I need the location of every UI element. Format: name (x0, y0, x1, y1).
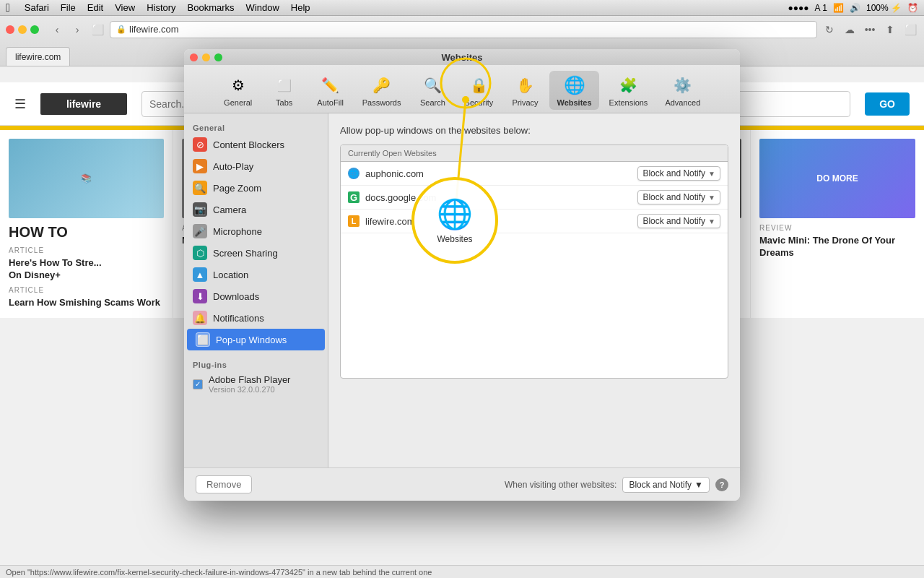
downloads-icon: ⬇ (193, 289, 207, 303)
dialog-close[interactable] (190, 53, 198, 61)
other-websites-label: When visiting other websites: (505, 480, 616, 490)
adobe-flash-item[interactable]: ✓ Adobe Flash Player Version 32.0.0.270 (184, 371, 328, 397)
history-menu[interactable]: History (147, 2, 175, 13)
sidebar-downloads[interactable]: ⬇ Downloads (184, 285, 328, 307)
go-button[interactable]: GO (865, 92, 910, 116)
sidebar-location[interactable]: ▲ Location (184, 264, 328, 285)
prefs-body: General ⊘ Content Blockers ▶ Auto-Play 🔍… (184, 113, 740, 467)
forward-button[interactable]: › (69, 22, 85, 38)
microphone-icon: 🎤 (193, 224, 207, 238)
table-empty-area (341, 233, 728, 378)
auphonic-dropdown[interactable]: Block and Notify ▼ (637, 166, 720, 181)
camera-label: Camera (213, 204, 246, 215)
new-tab-button[interactable]: ⬜ (902, 22, 918, 38)
apple-menu[interactable]:  (6, 1, 10, 14)
back-button[interactable]: ‹ (49, 22, 65, 38)
file-menu[interactable]: File (61, 2, 76, 13)
google-site-name: docs.google.com (365, 192, 637, 203)
dialog-minimize[interactable] (202, 53, 210, 61)
article-title-1[interactable]: Here's How To Stre...On Disney+ (9, 257, 164, 282)
toolbar-websites[interactable]: 🌐 Websites (549, 71, 598, 110)
sidebar-toggle[interactable]: ⬜ (90, 22, 105, 38)
cloud-button[interactable]: ☁ (842, 22, 858, 38)
help-menu[interactable]: Help (291, 2, 310, 13)
sidebar-content-blockers[interactable]: ⊘ Content Blockers (184, 134, 328, 155)
notifications-icon: 🔔 (193, 311, 207, 325)
lifewire-site-name: lifewire.com (365, 216, 637, 227)
safari-menu[interactable]: Safari (25, 2, 49, 13)
minimize-button[interactable] (18, 25, 27, 34)
share-button[interactable]: ⬆ (882, 22, 898, 38)
other-websites: When visiting other websites: Block and … (505, 477, 728, 493)
dialog-title: Websites (442, 52, 483, 63)
toolbar-search[interactable]: 🔍 Search (411, 71, 454, 110)
popup-windows-icon: ⬜ (196, 332, 210, 347)
menu-bar-right: ●●●● A 1 📶 🔊 100% ⚡ ⏰ (788, 3, 918, 13)
dialog-maximize[interactable] (214, 53, 222, 61)
dropdown-arrow-icon: ▼ (708, 170, 715, 178)
prefs-titlebar: Websites (184, 49, 740, 65)
security-icon: 🔒 (467, 74, 490, 97)
auphonic-site-name: auphonic.com (365, 168, 637, 179)
autofill-icon: ✏️ (319, 74, 342, 97)
reload-button[interactable]: ↻ (821, 22, 837, 38)
toolbar-tabs[interactable]: ⬜ Tabs (263, 71, 306, 110)
prefs-sidebar: General ⊘ Content Blockers ▶ Auto-Play 🔍… (184, 113, 328, 467)
close-button[interactable] (6, 25, 14, 34)
address-bar[interactable]: 🔒 lifewire.com (110, 21, 817, 38)
downloads-label: Downloads (213, 291, 259, 302)
toolbar-advanced[interactable]: ⚙️ Advanced (658, 71, 707, 110)
toolbar-passwords[interactable]: 🔑 Passwords (355, 71, 409, 110)
adobe-flash-checkbox[interactable]: ✓ (193, 379, 203, 389)
toolbar-autofill-label: AutoFill (317, 98, 344, 107)
do-more-label: DO MORE (816, 173, 858, 184)
status-bar: Open "https://www.lifewire.com/fix-kerne… (0, 565, 924, 578)
plugins-section-header: Plug-ins (184, 356, 328, 371)
sidebar-microphone[interactable]: 🎤 Microphone (184, 220, 328, 242)
toolbar-search-label: Search (420, 98, 445, 107)
toolbar-extensions[interactable]: 🧩 Extensions (602, 71, 655, 110)
help-button[interactable]: ? (715, 478, 728, 491)
toolbar-autofill[interactable]: ✏️ AutoFill (309, 71, 352, 110)
sidebar-screen-sharing[interactable]: ⬡ Screen Sharing (184, 242, 328, 264)
table-row: L lifewire.com Block and Notify ▼ (341, 210, 728, 233)
general-section-header: General (184, 119, 328, 134)
smishing-title[interactable]: Learn How Smishing Scams Work (9, 297, 164, 309)
sidebar-popup-windows[interactable]: ⬜ Pop-up Windows (187, 329, 325, 350)
hamburger-icon[interactable]: ☰ (14, 96, 26, 112)
sidebar-notifications[interactable]: 🔔 Notifications (184, 307, 328, 329)
sidebar-camera[interactable]: 📷 Camera (184, 199, 328, 220)
google-dropdown[interactable]: Block and Notify ▼ (637, 190, 720, 204)
other-websites-dropdown[interactable]: Block and Notify ▼ (622, 477, 710, 493)
google-favicon: G (348, 191, 359, 203)
camera-icon: 📷 (193, 202, 207, 217)
url-text: lifewire.com (129, 24, 179, 35)
toolbar-privacy[interactable]: ✋ Privacy (503, 71, 546, 110)
remove-button[interactable]: Remove (196, 475, 252, 493)
traffic-lights (6, 25, 39, 34)
lifewire-setting: Block and Notify (642, 216, 705, 226)
table-row: G docs.google.com Block and Notify ▼ (341, 186, 728, 210)
maximize-button[interactable] (30, 25, 39, 34)
bookmarks-menu[interactable]: Bookmarks (188, 2, 235, 13)
content-blockers-icon: ⊘ (193, 137, 207, 152)
view-menu[interactable]: View (115, 2, 135, 13)
active-tab[interactable]: lifewire.com (6, 47, 70, 66)
lifewire-dropdown[interactable]: Block and Notify ▼ (637, 214, 720, 228)
location-icon: ▲ (193, 267, 207, 282)
toolbar-general[interactable]: ⚙ General (217, 71, 260, 110)
status-text: Open "https://www.lifewire.com/fix-kerne… (6, 568, 432, 577)
toolbar-security-label: Security (465, 98, 494, 107)
edit-menu[interactable]: Edit (87, 2, 103, 13)
article-title-3[interactable]: Mavic Mini: The Drone Of Your Dreams (759, 235, 915, 259)
toolbar-tabs-label: Tabs (276, 98, 292, 107)
extensions-icon: 🧩 (616, 74, 640, 97)
article-label-1: ARTICLE (9, 246, 164, 254)
toolbar-security[interactable]: 🔒 Security (457, 71, 500, 110)
lock-icon: 🔒 (116, 25, 126, 34)
more-button[interactable]: ••• (862, 22, 878, 38)
window-menu[interactable]: Window (246, 2, 279, 13)
sidebar-page-zoom[interactable]: 🔍 Page Zoom (184, 177, 328, 199)
sidebar-auto-play[interactable]: ▶ Auto-Play (184, 155, 328, 177)
preferences-dialog: Websites ⚙ General ⬜ Tabs ✏️ AutoFill 🔑 … (184, 49, 740, 501)
